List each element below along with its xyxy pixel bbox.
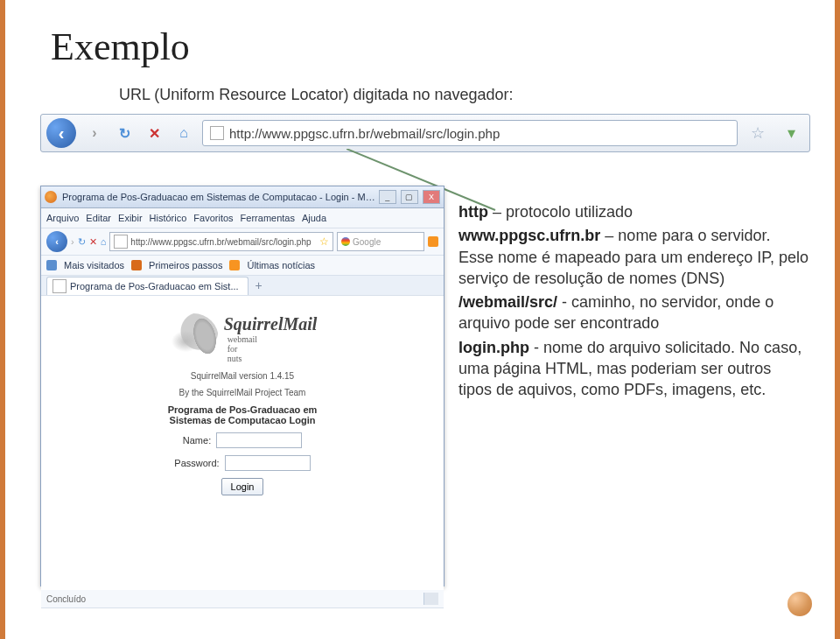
explanation-text: http – protocolo utilizado www.ppgsc.ufr… [458, 201, 808, 404]
password-input[interactable] [225, 455, 311, 471]
page-icon [210, 126, 224, 140]
mini-star-icon[interactable]: ☆ [319, 235, 329, 248]
slide-bullet-icon [788, 592, 812, 616]
brand-sub1: webmail [228, 334, 318, 344]
home-button[interactable]: ⌂ [172, 122, 195, 144]
login-button[interactable]: Login [221, 478, 264, 495]
http-key: http [458, 203, 488, 221]
name-label: Name: [183, 435, 211, 446]
mini-home-button[interactable]: ⌂ [101, 236, 107, 247]
firefox-icon [45, 191, 57, 203]
mini-forward-button[interactable]: › [71, 236, 74, 247]
slide-frame: Exemplo URL (Uniform Resource Locator) d… [0, 0, 840, 639]
url-field[interactable]: http://www.ppgsc.ufrn.br/webmail/src/log… [202, 120, 738, 146]
tab-label: Programa de Pos-Graduacao em Sist... [70, 281, 239, 291]
search-placeholder: Google [353, 237, 381, 247]
mini-stop-button[interactable]: ✕ [89, 236, 97, 248]
bookmarks-toolbar: Mais visitados Primeiros passos Últimas … [41, 256, 444, 276]
name-row: Name: [183, 432, 302, 448]
squirrelmail-team: By the SquirrelMail Project Team [179, 388, 306, 397]
name-input[interactable] [216, 432, 302, 448]
mini-back-button[interactable]: ‹ [46, 231, 67, 252]
nav-toolbar: ‹ › ↻ ✕ ⌂ http://www.ppgsc.ufrn.br/webma… [41, 228, 444, 256]
forward-button[interactable]: › [83, 122, 106, 144]
bookmark-most-visited[interactable]: Mais visitados [64, 260, 124, 270]
active-tab[interactable]: Programa de Pos-Graduacao em Sist... [46, 277, 248, 295]
stop-button[interactable]: ✕ [143, 122, 165, 144]
latest-news-icon [229, 260, 240, 270]
domain-key: www.ppgsc.ufrn.br [458, 227, 600, 244]
brand-name: SquirrelMail [224, 314, 318, 334]
slide-title: Exemplo [51, 25, 190, 69]
bookmark-first-steps[interactable]: Primeiros passos [149, 260, 222, 270]
tab-strip: Programa de Pos-Graduacao em Sist... + [41, 276, 444, 296]
brand-sub3: nuts [228, 354, 318, 363]
mini-page-icon [114, 235, 128, 249]
mini-url-field[interactable]: http://www.ppgsc.ufrn.br/webmail/src/log… [109, 232, 333, 251]
back-button[interactable]: ‹ [46, 118, 76, 148]
first-steps-icon [131, 260, 142, 270]
minimize-button[interactable]: _ [379, 190, 396, 204]
url-text: http://www.ppgsc.ufrn.br/webmail/src/log… [229, 126, 500, 141]
menu-exibir[interactable]: Exibir [118, 213, 143, 223]
page-content: SquirrelMail webmail for nuts SquirrelMa… [41, 296, 444, 590]
menu-arquivo[interactable]: Arquivo [46, 213, 79, 223]
mini-url-text: http://www.ppgsc.ufrn.br/webmail/src/log… [130, 237, 311, 247]
http-text: – protocolo utilizado [488, 203, 633, 221]
file-key: login.php [458, 339, 529, 356]
maximize-button[interactable]: ▢ [401, 190, 418, 204]
bookmark-latest-news[interactable]: Últimas notícias [247, 260, 315, 270]
window-titlebar: Programa de Pos-Graduacao em Sistemas de… [41, 186, 444, 208]
window-buttons: _ ▢ X [377, 190, 440, 204]
menu-historico[interactable]: Histórico [150, 213, 187, 223]
menu-bar: Arquivo Editar Exibir Histórico Favorito… [41, 208, 444, 228]
new-tab-button[interactable]: + [256, 278, 262, 292]
menu-favoritos[interactable]: Favoritos [193, 213, 233, 223]
window-title: Programa de Pos-Graduacao em Sistemas de… [62, 192, 377, 202]
menu-ferramentas[interactable]: Ferramentas [241, 213, 295, 223]
reload-button[interactable]: ↻ [113, 122, 136, 144]
dropdown-icon[interactable]: ▾ [778, 120, 804, 146]
tab-icon [52, 279, 66, 293]
bookmark-star-icon[interactable]: ☆ [745, 120, 771, 146]
menu-editar[interactable]: Editar [86, 213, 111, 223]
caption-text: URL (Uniform Resource Locator) digitada … [119, 84, 514, 105]
login-header: Programa de Pos-Graduacao em Sistemas de… [155, 404, 330, 425]
rss-icon[interactable] [428, 236, 438, 247]
squirrel-icon [168, 313, 219, 364]
password-label: Password: [174, 458, 219, 468]
squirrelmail-logo: SquirrelMail webmail for nuts [168, 313, 318, 364]
status-bar: Concluído [41, 590, 444, 608]
mini-reload-button[interactable]: ↻ [78, 236, 86, 248]
brand-sub2: for [228, 344, 318, 354]
password-row: Password: [174, 455, 310, 471]
browser-url-bar: ‹ › ↻ ✕ ⌂ http://www.ppgsc.ufrn.br/webma… [40, 114, 810, 152]
menu-ajuda[interactable]: Ajuda [302, 213, 326, 223]
status-text: Concluído [46, 594, 86, 604]
mini-search-field[interactable]: Google [337, 232, 424, 251]
firefox-window: Programa de Pos-Graduacao em Sistemas de… [40, 186, 444, 586]
most-visited-icon [46, 260, 57, 270]
path-key: /webmail/src/ [458, 293, 557, 311]
status-secure-icon [424, 593, 438, 605]
squirrelmail-version: SquirrelMail version 1.4.15 [191, 371, 294, 381]
close-button[interactable]: X [423, 190, 440, 204]
google-icon [341, 237, 350, 246]
